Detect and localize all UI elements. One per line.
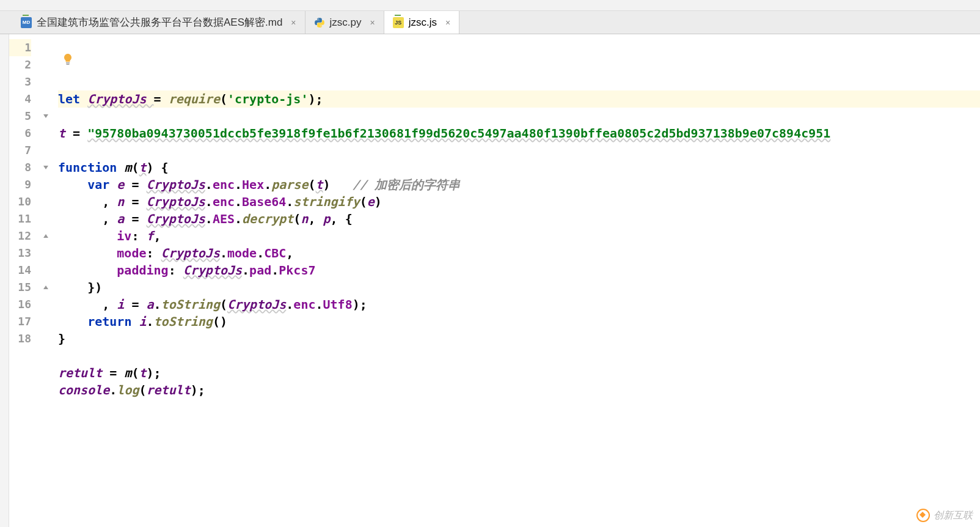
code-line[interactable] bbox=[58, 108, 980, 125]
fold-marker bbox=[40, 125, 52, 142]
fold-marker bbox=[40, 39, 52, 56]
fold-marker[interactable] bbox=[40, 227, 52, 245]
fold-marker bbox=[40, 193, 52, 210]
code-area[interactable]: let CryptoJs = require('crypto-js');t = … bbox=[52, 34, 980, 527]
line-number: 2 bbox=[9, 56, 31, 73]
line-number: 4 bbox=[9, 90, 31, 108]
code-line[interactable]: padding: CryptoJs.pad.Pkcs7 bbox=[58, 262, 980, 279]
line-number: 6 bbox=[9, 125, 31, 142]
line-number: 13 bbox=[9, 245, 31, 262]
tab-py-file[interactable]: jzsc.py × bbox=[305, 11, 384, 34]
line-number: 15 bbox=[9, 279, 31, 296]
tab-md-file[interactable]: MD 全国建筑市场监管公共服务平台平台数据AES解密.md × bbox=[12, 11, 305, 34]
fold-marker[interactable] bbox=[40, 159, 52, 176]
line-number: 5 bbox=[9, 108, 31, 125]
editor-container: 123456789101112131415161718 let CryptoJs… bbox=[0, 34, 980, 527]
code-line[interactable]: }) bbox=[58, 279, 980, 296]
watermark-text: 创新互联 bbox=[934, 509, 973, 522]
fold-marker bbox=[40, 313, 52, 330]
intention-bulb-icon[interactable] bbox=[63, 51, 75, 68]
line-number: 14 bbox=[9, 262, 31, 279]
code-line[interactable]: retult = m(t); bbox=[58, 364, 980, 381]
top-bar bbox=[0, 0, 980, 11]
code-line[interactable]: return i.toString() bbox=[58, 313, 980, 330]
fold-marker bbox=[40, 296, 52, 313]
code-line[interactable]: let CryptoJs = require('crypto-js'); bbox=[58, 90, 980, 108]
line-number: 7 bbox=[9, 142, 31, 159]
svg-rect-1 bbox=[67, 64, 70, 65]
code-line[interactable] bbox=[58, 347, 980, 364]
python-icon bbox=[314, 17, 325, 28]
watermark: 创新互联 bbox=[916, 509, 973, 522]
tab-label: jzsc.py bbox=[330, 17, 362, 29]
left-margin bbox=[0, 34, 9, 527]
svg-rect-0 bbox=[66, 62, 70, 64]
code-line[interactable]: , a = CryptoJs.AES.decrypt(n, p, { bbox=[58, 210, 980, 227]
code-line[interactable]: mode: CryptoJs.mode.CBC, bbox=[58, 245, 980, 262]
fold-marker[interactable] bbox=[40, 108, 52, 125]
code-line[interactable]: t = "95780ba0943730051dccb5fe3918f9fe1b6… bbox=[58, 125, 980, 142]
fold-marker bbox=[40, 262, 52, 279]
code-line[interactable]: iv: f, bbox=[58, 227, 980, 245]
close-icon[interactable]: × bbox=[287, 18, 296, 28]
fold-marker bbox=[40, 90, 52, 108]
javascript-icon: JS bbox=[393, 17, 404, 28]
line-number: 17 bbox=[9, 313, 31, 330]
line-number: 9 bbox=[9, 176, 31, 193]
fold-marker bbox=[40, 210, 52, 227]
code-line[interactable]: , i = a.toString(CryptoJs.enc.Utf8); bbox=[58, 296, 980, 313]
line-number: 3 bbox=[9, 73, 31, 90]
code-line[interactable]: } bbox=[58, 330, 980, 347]
line-number: 18 bbox=[9, 330, 31, 347]
fold-marker bbox=[40, 330, 52, 347]
line-number: 8 bbox=[9, 159, 31, 176]
line-number-gutter: 123456789101112131415161718 bbox=[9, 34, 40, 527]
close-icon[interactable]: × bbox=[442, 18, 450, 28]
markdown-icon: MD bbox=[21, 17, 32, 28]
code-line[interactable]: , n = CryptoJs.enc.Base64.stringify(e) bbox=[58, 193, 980, 210]
code-line[interactable] bbox=[58, 142, 980, 159]
fold-marker bbox=[40, 245, 52, 262]
line-number: 1 bbox=[9, 39, 31, 56]
fold-marker[interactable] bbox=[40, 279, 52, 296]
code-line[interactable]: var e = CryptoJs.enc.Hex.parse(t) // 加密后… bbox=[58, 176, 980, 193]
tab-label: jzsc.js bbox=[409, 17, 437, 29]
close-icon[interactable]: × bbox=[367, 18, 375, 28]
fold-marker bbox=[40, 176, 52, 193]
line-number: 16 bbox=[9, 296, 31, 313]
code-line[interactable]: console.log(retult); bbox=[58, 381, 980, 399]
fold-marker bbox=[40, 142, 52, 159]
line-number: 12 bbox=[9, 227, 31, 245]
line-number: 11 bbox=[9, 210, 31, 227]
watermark-logo-icon bbox=[916, 509, 930, 522]
fold-marker bbox=[40, 56, 52, 73]
fold-gutter bbox=[40, 34, 52, 527]
tab-js-file[interactable]: JS jzsc.js × bbox=[384, 11, 459, 34]
line-number: 10 bbox=[9, 193, 31, 210]
code-line[interactable]: function m(t) { bbox=[58, 159, 980, 176]
tab-label: 全国建筑市场监管公共服务平台平台数据AES解密.md bbox=[37, 15, 282, 29]
tabs-container: MD 全国建筑市场监管公共服务平台平台数据AES解密.md × jzsc.py … bbox=[0, 11, 980, 34]
fold-marker bbox=[40, 73, 52, 90]
